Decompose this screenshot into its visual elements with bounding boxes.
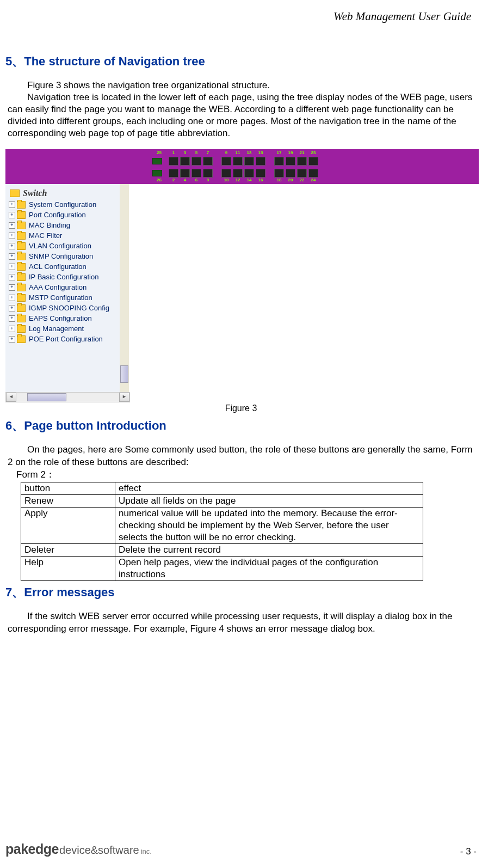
expand-icon[interactable]: + — [9, 284, 15, 291]
nav-tree-item[interactable]: +AAA Configuration — [5, 282, 129, 292]
port-number: 12 — [233, 178, 243, 182]
port-jack-icon — [180, 157, 190, 166]
nav-root-switch[interactable]: Switch — [5, 187, 129, 199]
nav-item-label: Port Configuration — [29, 211, 86, 219]
nav-item-label: System Configuration — [29, 200, 96, 209]
vertical-scrollbar[interactable] — [120, 184, 129, 392]
nav-item-label: MSTP Configuration — [29, 294, 92, 302]
expand-icon[interactable]: + — [9, 201, 15, 208]
nav-tree-item[interactable]: +SNMP Configuration — [5, 251, 129, 261]
folder-icon — [17, 335, 26, 343]
nav-tree-item[interactable]: +Port Configuration — [5, 210, 129, 220]
td-effect: Update all fields on the page — [115, 494, 423, 507]
nav-tree-item[interactable]: +MAC Binding — [5, 220, 129, 230]
table-header-row: button effect — [21, 482, 423, 494]
td-button: Renew — [21, 494, 115, 507]
expand-icon[interactable]: + — [9, 243, 15, 249]
expand-icon[interactable]: + — [9, 264, 15, 270]
expand-icon[interactable]: + — [9, 326, 15, 332]
port-number: 11 — [233, 150, 243, 155]
folder-icon — [17, 325, 26, 333]
nav-tree-item[interactable]: +VLAN Configuration — [5, 241, 129, 251]
nav-tree-item[interactable]: +IP Basic Configuration — [5, 272, 129, 282]
port-jack-icon — [256, 169, 265, 178]
figure3-caption: Figure 3 — [5, 404, 477, 413]
folder-icon — [17, 304, 26, 312]
port-jack-icon — [169, 157, 178, 166]
scroll-right-button[interactable]: ► — [119, 393, 129, 402]
table-row: Apply numerical value will be updated in… — [21, 507, 423, 543]
td-effect: numerical value will be updated into the… — [115, 507, 423, 543]
nav-tree-item[interactable]: +System Configuration — [5, 199, 129, 210]
port-jack-icon — [233, 169, 243, 178]
expand-icon[interactable]: + — [9, 336, 15, 343]
form2-label: Form 2： — [16, 468, 477, 481]
expand-icon[interactable]: + — [9, 233, 15, 239]
port-number: 21 — [297, 150, 307, 155]
nav-tree-item[interactable]: +IGMP SNOOPING Config — [5, 303, 129, 313]
led-25 — [152, 157, 162, 166]
expand-icon[interactable]: + — [9, 295, 15, 301]
nav-root-label: Switch — [23, 188, 47, 198]
nav-tree-item[interactable]: +Log Management — [5, 323, 129, 334]
port-number: 24 — [308, 178, 318, 182]
logo-inc: inc. — [141, 847, 152, 855]
vertical-scroll-thumb[interactable] — [120, 365, 128, 383]
expand-icon[interactable]: + — [9, 274, 15, 280]
expand-icon[interactable]: + — [9, 212, 15, 218]
expand-icon[interactable]: + — [9, 222, 15, 229]
switch-port-panel: 25 26 1357911131517192123 24681012141618… — [5, 149, 479, 184]
port-jack-icon — [308, 157, 318, 166]
td-effect: Open help pages, view the individual pag… — [115, 557, 423, 581]
port-number: 15 — [256, 150, 265, 155]
folder-icon — [17, 294, 26, 302]
port-number: 16 — [256, 178, 265, 182]
nav-tree-item[interactable]: +POE Port Configuration — [5, 334, 129, 344]
section6-title: 6、Page button Introduction — [5, 418, 477, 434]
nav-tree-item[interactable]: +MSTP Configuration — [5, 292, 129, 303]
section5-p2: Navigation tree is located in the lower … — [8, 91, 474, 139]
port-jack-icon — [203, 157, 213, 166]
expand-icon[interactable]: + — [9, 305, 15, 311]
logo-brand: pakedge — [5, 841, 59, 857]
port-jack-icon — [274, 157, 284, 166]
port-number: 19 — [286, 150, 295, 155]
port-jack-icon — [180, 169, 190, 178]
port-number: 18 — [274, 178, 284, 182]
th-effect: effect — [115, 482, 423, 494]
port-number: 3 — [180, 150, 190, 155]
navigation-tree[interactable]: Switch +System Configuration+Port Config… — [5, 184, 129, 392]
port-jack-icon — [286, 157, 295, 166]
nav-tree-item[interactable]: +MAC Filter — [5, 230, 129, 241]
nav-item-label: POE Port Configuration — [29, 335, 103, 343]
horizontal-scrollbar[interactable]: ◄ ► — [5, 392, 130, 402]
nav-item-label: AAA Configuration — [29, 283, 86, 291]
port-number: 13 — [244, 150, 254, 155]
port-number: 6 — [191, 178, 201, 182]
form2-table: button effect Renew Update all fields on… — [21, 482, 423, 582]
expand-icon[interactable]: + — [9, 253, 15, 260]
section6-p1: On the pages, here are Some commonly use… — [8, 444, 474, 468]
horizontal-scroll-track[interactable] — [16, 393, 119, 402]
nav-tree-item[interactable]: +ACL Configuration — [5, 261, 129, 272]
expand-icon[interactable]: + — [9, 315, 15, 322]
nav-tree-item[interactable]: +EAPS Configuration — [5, 313, 129, 323]
section5-title: 5、The structure of Navigation tree — [5, 53, 477, 70]
horizontal-scroll-thumb[interactable] — [27, 393, 66, 401]
port-number: 14 — [244, 178, 254, 182]
port-number: 2 — [169, 178, 178, 182]
folder-icon — [17, 232, 26, 240]
table-row: Renew Update all fields on the page — [21, 494, 423, 507]
td-effect: Delete the current record — [115, 544, 423, 557]
port-jack-icon — [203, 169, 213, 178]
port-number: 17 — [274, 150, 284, 155]
port-jack-icon — [221, 157, 231, 166]
scroll-left-button[interactable]: ◄ — [6, 393, 16, 402]
header-guide-title: Web Management User Guide — [5, 5, 477, 23]
folder-icon — [17, 242, 26, 250]
port-jack-icon — [256, 157, 265, 166]
port-label-25: 25 — [152, 150, 166, 155]
footer-logo: pakedge device&software inc. — [5, 841, 152, 857]
nav-item-label: ACL Configuration — [29, 262, 86, 271]
nav-item-label: MAC Filter — [29, 231, 62, 240]
